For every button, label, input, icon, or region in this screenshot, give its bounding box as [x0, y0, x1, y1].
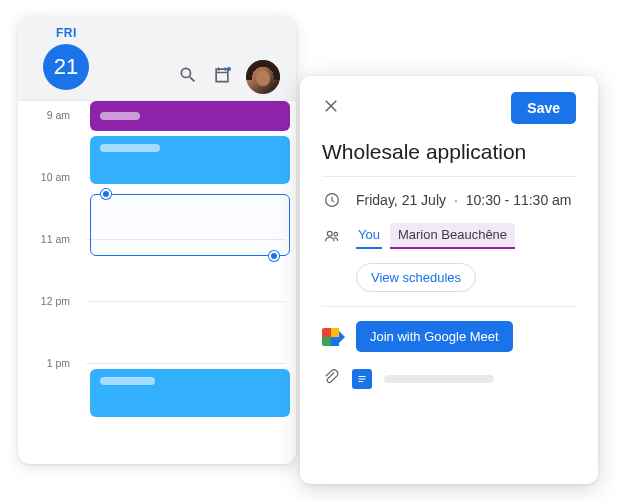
event-guests-row: You Marion Beauchêne [322, 223, 576, 249]
save-button[interactable]: Save [511, 92, 576, 124]
guest-chip[interactable]: Marion Beauchêne [390, 223, 515, 249]
day-date-circle[interactable]: 21 [43, 44, 89, 90]
event-time: 10:30 - 11:30 am [466, 192, 572, 208]
event-date: Friday, 21 July [356, 192, 446, 208]
attachment-name-placeholder [384, 375, 494, 383]
attachment-row[interactable] [322, 368, 576, 390]
timeline: 9 am 10 am 11 am 12 pm 1 pm [18, 101, 296, 464]
day-header: FRI 21 [18, 16, 296, 101]
calendar-today-icon[interactable] [212, 65, 232, 89]
drag-handle-start[interactable] [101, 189, 111, 199]
hour-label: 11 am [30, 233, 70, 245]
google-meet-icon [322, 328, 344, 346]
svg-point-2 [334, 232, 338, 236]
avatar[interactable] [246, 60, 280, 94]
event-block-blue[interactable] [90, 369, 290, 417]
calendar-day-view: FRI 21 9 am 10 am 11 am 12 pm 1 pm [18, 16, 296, 464]
guest-chip-you[interactable]: You [356, 224, 382, 249]
search-icon[interactable] [178, 65, 198, 89]
people-icon [322, 227, 342, 245]
hour-label: 1 pm [30, 357, 70, 369]
hour-label: 10 am [30, 171, 70, 183]
separator-dot: · [450, 192, 462, 208]
svg-point-1 [327, 231, 332, 236]
attachment-icon [322, 368, 340, 390]
event-detail-card: Save Wholesale application Friday, 21 Ju… [300, 76, 598, 484]
divider [322, 176, 576, 177]
day-date-number: 21 [54, 54, 78, 80]
hour-label: 9 am [30, 109, 70, 121]
new-event-drag-slot[interactable] [90, 194, 290, 256]
drag-handle-end[interactable] [269, 251, 279, 261]
event-block-purple[interactable] [90, 101, 290, 131]
google-doc-icon[interactable] [352, 369, 372, 389]
event-title[interactable]: Wholesale application [322, 140, 576, 164]
view-schedules-button[interactable]: View schedules [356, 263, 476, 292]
hour-label: 12 pm [30, 295, 70, 307]
join-meet-button[interactable]: Join with Google Meet [356, 321, 513, 352]
day-weekday: FRI [56, 26, 77, 40]
clock-icon [322, 191, 342, 209]
close-icon[interactable] [322, 97, 340, 119]
event-block-blue[interactable] [90, 136, 290, 184]
event-time-row[interactable]: Friday, 21 July · 10:30 - 11:30 am [322, 191, 576, 209]
divider [322, 306, 576, 307]
